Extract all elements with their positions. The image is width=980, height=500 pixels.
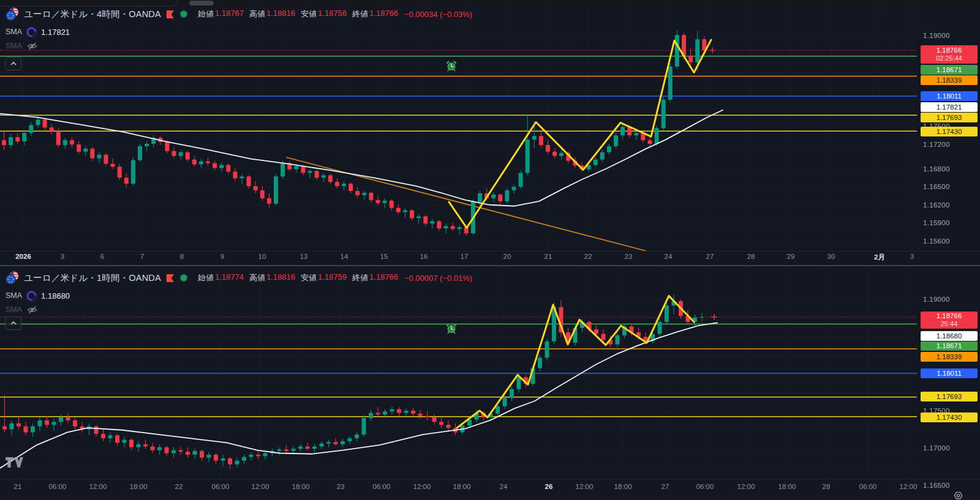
candle-body <box>213 163 217 168</box>
candle-body <box>390 409 394 412</box>
time-axis-label: 3 <box>910 253 914 260</box>
candle-body <box>447 425 451 428</box>
tradingview-logo[interactable] <box>5 457 24 471</box>
price-axis-label: 1.19000 <box>923 296 950 303</box>
candle-body <box>50 127 54 131</box>
candle-body <box>242 457 246 461</box>
candle-body <box>342 184 346 186</box>
candle-body <box>648 140 652 144</box>
candle-body <box>403 211 407 212</box>
alarm-clock-icon[interactable] <box>445 60 458 72</box>
candle-body <box>312 447 317 449</box>
price-badge: 1.18011 <box>921 368 978 378</box>
symbol-title[interactable]: ユーロ／米ドル・4時間・OANDA <box>24 9 161 20</box>
candle-body <box>552 152 557 156</box>
visibility-off-icon[interactable] <box>27 305 37 315</box>
eurusd-flag-icon <box>6 271 19 285</box>
time-axis-label: 28 <box>747 253 755 260</box>
time-axis-settings-gear-icon[interactable] <box>953 490 963 500</box>
candle-body <box>432 417 437 422</box>
candle-body <box>157 447 162 450</box>
alarm-clock-icon[interactable] <box>445 323 458 335</box>
oanda-logo-icon <box>166 10 175 19</box>
time-axis-label: 18:00 <box>292 483 310 490</box>
candle-body <box>410 211 414 218</box>
eurusd-flag-icon <box>6 7 19 21</box>
candle-body <box>322 175 326 177</box>
candle-body <box>614 135 618 146</box>
candle-body <box>249 455 254 457</box>
candle-body <box>2 427 7 430</box>
candle-body <box>263 453 268 457</box>
time-axis-label: 23 <box>337 483 345 490</box>
candle-body <box>247 176 251 186</box>
candle-body <box>539 136 543 145</box>
visibility-off-icon[interactable] <box>27 41 37 51</box>
candle-body <box>700 317 704 318</box>
time-axis-label: 16 <box>420 253 428 260</box>
candle-body <box>165 447 169 453</box>
candle-body <box>15 137 20 141</box>
candle-body <box>519 173 523 187</box>
candle-body <box>306 447 310 449</box>
change-readout: −0.00034 (−0.03%) <box>404 10 472 19</box>
candle-body <box>383 411 387 414</box>
candle-body <box>9 137 13 145</box>
zigzag-drawing[interactable] <box>457 296 694 428</box>
candle-body <box>390 201 394 208</box>
candle-body <box>111 164 115 167</box>
sma-hidden-legend-row[interactable]: SMA <box>6 304 472 316</box>
time-axis-label: 9 <box>221 253 224 260</box>
time-axis-label: 12:00 <box>900 483 918 490</box>
pane-divider[interactable] <box>0 265 980 266</box>
candle-body <box>538 358 542 368</box>
price-scale[interactable]: 1.190001.175001.170001.165001.1876625:44… <box>917 0 980 500</box>
ohlc-readout: 始値1.18774 高値1.18816 安値1.18759 終値1.18766 … <box>198 272 472 283</box>
browser-edge-artifact <box>0 0 980 6</box>
candle-body <box>235 461 239 465</box>
candle-body <box>320 444 324 447</box>
candle-body <box>192 160 197 165</box>
symbol-title[interactable]: ユーロ／米ドル・1時間・OANDA <box>24 272 161 284</box>
time-axis-label: 23 <box>625 253 633 260</box>
candle-body <box>94 427 99 434</box>
candle-body <box>101 434 105 438</box>
candle-body <box>335 182 339 186</box>
descending-trendline[interactable] <box>286 157 646 251</box>
candle-body <box>404 411 409 413</box>
candle-body <box>118 167 122 178</box>
price-axis-label: 1.16500 <box>923 482 950 489</box>
candle-body <box>256 455 260 456</box>
candle-body <box>45 420 49 425</box>
candle-body <box>496 406 500 414</box>
candle-body <box>52 422 56 425</box>
time-axis-label: 18:00 <box>778 483 796 490</box>
sma-legend-row[interactable]: SMA 1.17821 <box>6 24 472 39</box>
time-axis-label: 15 <box>380 253 388 260</box>
sma-line <box>0 110 723 206</box>
time-axis-label: 12:00 <box>576 483 594 490</box>
time-axis-label: 22 <box>175 483 183 490</box>
candle-body <box>214 455 218 461</box>
time-axis-label: 12:00 <box>252 483 270 490</box>
candle-body <box>292 449 296 451</box>
collapse-pane-button[interactable] <box>5 57 21 70</box>
time-axis-label: 8 <box>180 253 184 260</box>
candle-body <box>503 398 507 406</box>
time-axis-1h[interactable]: 2106:0012:0018:002206:0012:0018:002306:0… <box>0 483 917 495</box>
candle-body <box>277 449 282 450</box>
browser-tab-pill <box>189 1 214 6</box>
candle-body <box>328 175 333 182</box>
sma-legend-row[interactable]: SMA 1.18680 <box>6 288 472 303</box>
time-axis-4h[interactable]: 2026367891013141516172021222324272829302… <box>0 253 917 265</box>
sma-hidden-legend-row[interactable]: SMA <box>6 40 472 52</box>
candle-body <box>478 193 482 202</box>
candle-body <box>397 409 401 413</box>
candle-body <box>143 444 148 447</box>
collapse-pane-button[interactable] <box>5 316 21 330</box>
candle-body <box>308 171 312 173</box>
candle-body <box>83 149 88 152</box>
time-axis-label: 06:00 <box>859 483 877 490</box>
time-axis-label: 26 <box>545 483 553 490</box>
sma-line <box>0 323 717 468</box>
